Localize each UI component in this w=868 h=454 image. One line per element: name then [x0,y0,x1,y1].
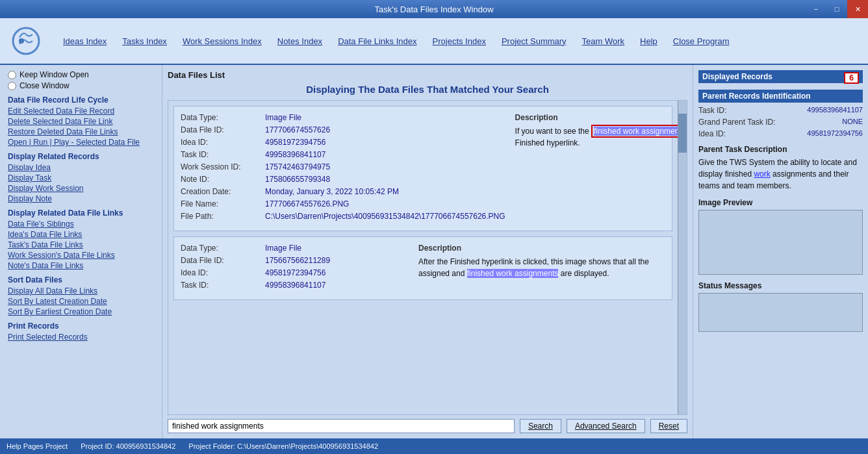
field-data-type-2: Data Type: Image File [181,244,409,253]
panel-grand-parent-label: Grand Parent Task ID: [698,118,776,127]
menu-ideas-index[interactable]: Ideas Index [55,34,114,49]
right-panel: Displayed Records 6 Parent Records Ident… [693,65,868,438]
record-card-1: Data Type: Image File Data File ID: 1777… [173,106,672,231]
data-files-list-title: Data Files List [168,70,687,80]
scrollbar-thumb[interactable] [678,114,687,153]
menu-help[interactable]: Help [632,34,665,49]
menu-close-program[interactable]: Close Program [665,34,737,49]
menu-tasks-index[interactable]: Tasks Index [114,34,175,49]
reset-button[interactable]: Reset [650,419,687,433]
work-session-id-label-1: Work Session ID: [181,162,265,171]
idea-id-value-2: 49581972394756 [265,268,326,277]
data-type-label-2: Data Type: [181,244,265,253]
sidebar-section-lifecycle: Data File Record Life Cycle [8,95,154,105]
panel-idea-id-value: 49581972394756 [807,129,863,138]
menubar: Ideas Index Tasks Index Work Sessions In… [0,18,868,65]
work-session-id-value-1: 175742463794975 [265,162,330,171]
task-id-label-1: Task ID: [181,150,265,159]
field-task-id-2: Task ID: 49958396841107 [181,281,409,290]
file-name-label-1: File Name: [181,199,265,208]
close-window-button[interactable]: ✕ [847,0,868,18]
idea-id-label-1: Idea ID: [181,138,265,147]
menu-work-sessions-index[interactable]: Work Sessions Index [175,34,270,49]
record-fields-1: Data Type: Image File Data File ID: 1777… [181,113,505,224]
sidebar-link-display-idea[interactable]: Display Idea [8,163,154,172]
window-title: Task's Data Files Index Window [374,5,493,14]
menu-notes-index[interactable]: Notes Index [270,34,330,49]
search-input[interactable] [168,419,515,433]
menu-project-summary[interactable]: Project Summary [494,34,574,49]
data-type-value-1: Image File [265,113,301,122]
record-fields-2: Data Type: Image File Data File ID: 1756… [181,244,409,293]
file-name-value-1: 177706674557626.PNG [265,199,349,208]
sidebar-link-display-note[interactable]: Display Note [8,194,154,203]
field-idea-id-2: Idea ID: 49581972394756 [181,268,409,277]
data-file-id-label-2: Data File ID: [181,256,265,265]
note-id-value-1: 175806655799348 [265,175,330,184]
sidebar-link-work-session-links[interactable]: Work Session's Data File Links [8,251,154,260]
advanced-search-button[interactable]: Advanced Search [567,419,645,433]
keep-window-open-radio[interactable]: Keep Window Open [8,70,154,79]
minimize-button[interactable]: − [806,0,826,18]
status-messages-section: Status Messages [698,281,863,332]
note-id-label-1: Note ID: [181,175,265,184]
sidebar-link-edit[interactable]: Edit Selected Data File Record [8,107,154,116]
panel-task-id-label: Task ID: [698,106,726,115]
displayed-records-title: Displayed Records 6 [698,70,863,83]
window-mode-group: Keep Window Open Close Window [8,70,154,90]
close-window-label: Close Window [19,81,70,90]
main-area: Keep Window Open Close Window Data File … [0,65,868,438]
highlight-text-2: finished work assignments [467,269,559,278]
statusbar-project-folder: Project Folder: C:\Users\Darren\Projects… [188,442,378,450]
parent-task-title: Parent Task Description [698,145,863,154]
records-area: Data Type: Image File Data File ID: 1777… [168,100,687,415]
panel-grand-parent-row: Grand Parent Task ID: NONE [698,118,863,127]
displayed-records-count: 6 [844,72,859,84]
sidebar-link-note-links[interactable]: Note's Data File Links [8,261,154,270]
sidebar-link-idea-links[interactable]: Idea's Data File Links [8,230,154,239]
task-id-value-1: 49958396841107 [265,150,326,159]
sidebar-link-siblings[interactable]: Data File's Siblings [8,220,154,229]
sidebar-link-restore[interactable]: Restore Deleted Data File Links [8,127,154,136]
field-work-session-id-1: Work Session ID: 175742463794975 [181,162,505,171]
file-path-value-1: C:\Users\Darren\Projects\400956931534842… [265,212,505,221]
menu-projects-index[interactable]: Projects Index [425,34,494,49]
restore-button[interactable]: □ [826,0,847,18]
data-file-id-value-2: 175667566211289 [265,256,330,265]
highlight-text-1: finished work assignments [594,127,685,136]
sidebar-section-print: Print Records [8,322,154,331]
field-file-name-1: File Name: 177706674557626.PNG [181,199,505,208]
sidebar-link-open[interactable]: Open | Run | Play - Selected Data File [8,138,154,147]
statusbar: Help Pages Project Project ID: 400956931… [0,438,868,454]
sidebar-link-display-all[interactable]: Display All Data File Links [8,286,154,296]
task-id-label-2: Task ID: [181,281,265,290]
statusbar-project-id: Project ID: 400956931534842 [81,442,175,450]
panel-task-id-value: 49958396841107 [807,106,863,115]
task-id-value-2: 49958396841107 [265,281,326,290]
sidebar-link-display-work-session[interactable]: Display Work Session [8,184,154,193]
idea-id-label-2: Idea ID: [181,268,265,277]
panel-idea-id-row: Idea ID: 49581972394756 [698,129,863,138]
sidebar-link-print[interactable]: Print Selected Records [8,333,154,342]
data-type-label-1: Data Type: [181,113,265,122]
titlebar-controls: − □ ✕ [806,0,868,18]
panel-idea-id-label: Idea ID: [698,129,726,138]
sidebar-link-sort-earliest[interactable]: Sort By Earliest Creation Date [8,307,154,316]
scrollbar-track[interactable] [678,101,687,414]
record-card-2: Data Type: Image File Data File ID: 1756… [173,236,672,300]
keep-window-open-label: Keep Window Open [19,70,89,79]
sidebar-link-delete[interactable]: Delete Selected Data File Link [8,117,154,126]
menu-team-work[interactable]: Team Work [574,34,633,49]
sidebar-link-task-links[interactable]: Task's Data File Links [8,240,154,249]
field-idea-id-1: Idea ID: 49581972394756 [181,138,505,147]
sidebar-link-sort-latest[interactable]: Sort By Latest Creation Date [8,297,154,306]
close-window-radio[interactable]: Close Window [8,81,154,90]
desc-text-2: After the Finished hyperlink is clicked,… [418,256,665,279]
record-description-1: Description If you want to see the finis… [515,113,687,224]
idea-id-value-1: 49581972394756 [265,138,326,147]
status-messages-title: Status Messages [698,281,863,290]
search-button[interactable]: Search [520,419,561,433]
menu-data-file-links-index[interactable]: Data File Links Index [330,34,424,49]
sidebar-link-display-task[interactable]: Display Task [8,173,154,183]
creation-date-value-1: Monday, January 3, 2022 10:05:42 PM [265,187,399,196]
